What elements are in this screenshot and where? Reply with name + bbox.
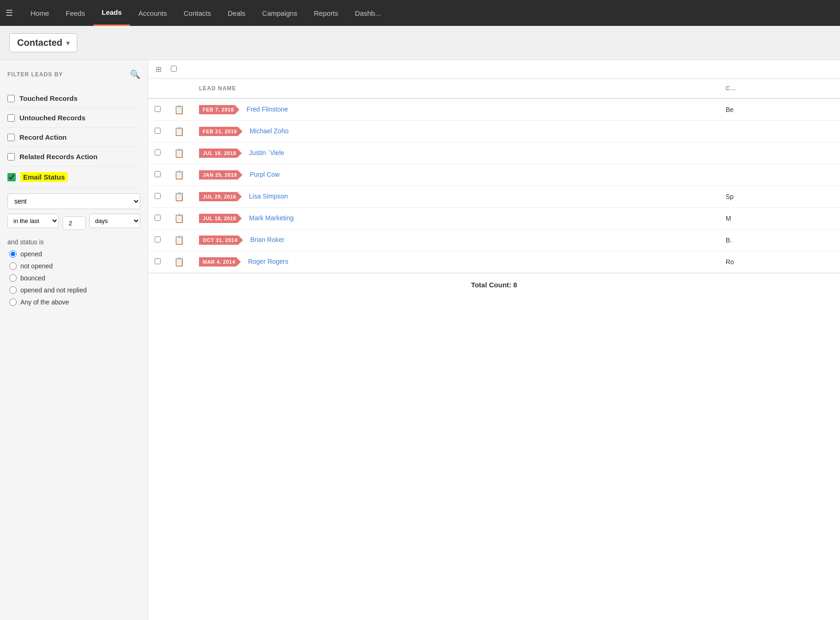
menu-icon[interactable]: ☰ [6, 8, 13, 18]
filter-related-records-action[interactable]: Related Records Action [7, 147, 140, 167]
nav-feeds[interactable]: Feeds [57, 0, 93, 26]
row-checkbox-4[interactable] [155, 193, 161, 199]
record-action-checkbox[interactable] [7, 134, 15, 141]
row-icon-cell: 📋 [167, 251, 192, 273]
row-checkbox-1[interactable] [155, 128, 161, 134]
contacted-label: Contacted [17, 37, 62, 48]
table-layout-icon[interactable]: ⊞ [156, 65, 162, 74]
lead-name-link[interactable]: Purpl Cow [249, 171, 280, 178]
total-count-value: 8 [513, 281, 517, 289]
row-checkbox-7[interactable] [155, 258, 161, 264]
row-name-cell: MAR 4, 2014 Roger Rogers [192, 251, 718, 273]
row-checkbox-5[interactable] [155, 215, 161, 221]
lead-name-link[interactable]: Roger Rogers [248, 258, 288, 265]
lead-name-link[interactable]: Lisa Simpson [249, 192, 288, 200]
table-row: 📋 OCT 31, 2014 Brian Roker B. [148, 229, 840, 251]
email-status-sent-select[interactable]: sent not sent opened bounced [7, 193, 140, 209]
filter-touched-records[interactable]: Touched Records [7, 89, 140, 108]
nav-contacts[interactable]: Contacts [175, 0, 219, 26]
radio-not-opened[interactable]: not opened [9, 262, 140, 270]
th-lead-name[interactable]: LEAD NAME [192, 79, 718, 99]
in-the-last-row: in the last before after days weeks mont… [7, 214, 140, 233]
clipboard-icon[interactable]: 📋 [174, 192, 184, 201]
touched-records-checkbox[interactable] [7, 95, 15, 102]
radio-not-opened-input[interactable] [9, 262, 17, 270]
row-checkbox-cell [148, 208, 167, 229]
radio-opened[interactable]: opened [9, 250, 140, 258]
radio-any-of-above-input[interactable] [9, 298, 17, 306]
total-count-label: Total Count: [471, 281, 511, 289]
clipboard-icon[interactable]: 📋 [174, 105, 184, 114]
date-flag: JUL 18, 2018 [199, 149, 242, 158]
row-checkbox-2[interactable] [155, 149, 161, 155]
row-checkbox-cell [148, 143, 167, 164]
nav-reports[interactable]: Reports [305, 0, 347, 26]
row-checkbox-cell [148, 251, 167, 273]
table-row: 📋 JUL 18, 2018 Mark Marketing M [148, 208, 840, 229]
lead-name-link[interactable]: Mark Marketing [249, 214, 293, 222]
related-records-action-checkbox[interactable] [7, 153, 15, 161]
clipboard-icon[interactable]: 📋 [174, 257, 184, 267]
radio-opened-not-replied[interactable]: opened and not replied [9, 286, 140, 294]
row-icon-cell: 📋 [167, 208, 192, 229]
radio-opened-not-replied-input[interactable] [9, 286, 17, 294]
row-icon-cell: 📋 [167, 229, 192, 251]
row-checkbox-3[interactable] [155, 171, 161, 177]
clipboard-icon[interactable]: 📋 [174, 236, 184, 245]
row-name-cell: OCT 31, 2014 Brian Roker [192, 229, 718, 251]
nav-leads[interactable]: Leads [93, 0, 130, 26]
lead-name-link[interactable]: Michael Zoho [249, 127, 288, 135]
days-value-input[interactable] [62, 217, 86, 230]
row-icon-cell: 📋 [167, 121, 192, 143]
in-the-last-select[interactable]: in the last before after [7, 214, 59, 228]
row-checkbox-cell [148, 121, 167, 143]
email-status-checkbox[interactable] [7, 173, 16, 181]
lead-name-link[interactable]: Brian Roker [250, 236, 285, 243]
select-all-checkbox[interactable] [171, 66, 177, 72]
row-checkbox-6[interactable] [155, 236, 161, 242]
radio-bounced-input[interactable] [9, 274, 17, 282]
row-icon-cell: 📋 [167, 186, 192, 208]
table-row: 📋 JUL 18, 2018 Justin `Viele [148, 143, 840, 164]
filter-search-icon[interactable]: 🔍 [130, 69, 140, 80]
nav-accounts[interactable]: Accounts [130, 0, 175, 26]
row-col2-cell [718, 143, 840, 164]
filter-untouched-records[interactable]: Untouched Records [7, 108, 140, 128]
table-toolbar: ⊞ [148, 60, 840, 79]
row-checkbox-0[interactable] [155, 106, 161, 112]
days-unit-select[interactable]: days weeks months [89, 214, 141, 228]
nav-dashboard[interactable]: Dashb... [347, 0, 389, 26]
clipboard-icon[interactable]: 📋 [174, 127, 184, 136]
chevron-down-icon: ▾ [66, 39, 69, 47]
contacted-filter-button[interactable]: Contacted ▾ [9, 33, 77, 52]
clipboard-icon[interactable]: 📋 [174, 149, 184, 158]
row-name-cell: FEB 21, 2019 Michael Zoho [192, 121, 718, 143]
filter-collapse-handle[interactable]: ‹ [148, 331, 148, 349]
radio-opened-input[interactable] [9, 250, 17, 258]
nav-deals[interactable]: Deals [219, 0, 254, 26]
radio-opened-not-replied-label: opened and not replied [20, 286, 87, 294]
filter-email-status[interactable]: Email Status [7, 167, 140, 188]
radio-any-of-above-label: Any of the above [20, 298, 69, 306]
nav-campaigns[interactable]: Campaigns [254, 0, 305, 26]
filter-record-action[interactable]: Record Action [7, 128, 140, 147]
row-checkbox-cell [148, 229, 167, 251]
and-status-label: and status is [7, 238, 140, 246]
radio-any-of-above[interactable]: Any of the above [9, 298, 140, 306]
date-flag: FEB 21, 2019 [199, 127, 243, 136]
related-records-action-label: Related Records Action [19, 153, 98, 161]
lead-name-link[interactable]: Fred Flinstone [247, 105, 288, 113]
clipboard-icon[interactable]: 📋 [174, 214, 184, 223]
date-flag: MAR 4, 2014 [199, 257, 241, 267]
top-bar: Contacted ▾ [0, 26, 840, 60]
date-flag: FEB 7, 2018 [199, 105, 239, 114]
total-count-bar: Total Count: 8 [148, 273, 840, 296]
radio-bounced[interactable]: bounced [9, 274, 140, 282]
lead-name-link[interactable]: Justin `Viele [249, 149, 284, 156]
touched-records-label: Touched Records [19, 94, 78, 102]
untouched-records-label: Untouched Records [19, 114, 86, 122]
clipboard-icon[interactable]: 📋 [174, 170, 184, 180]
nav-home[interactable]: Home [22, 0, 57, 26]
radio-opened-label: opened [20, 250, 42, 258]
untouched-records-checkbox[interactable] [7, 114, 15, 122]
